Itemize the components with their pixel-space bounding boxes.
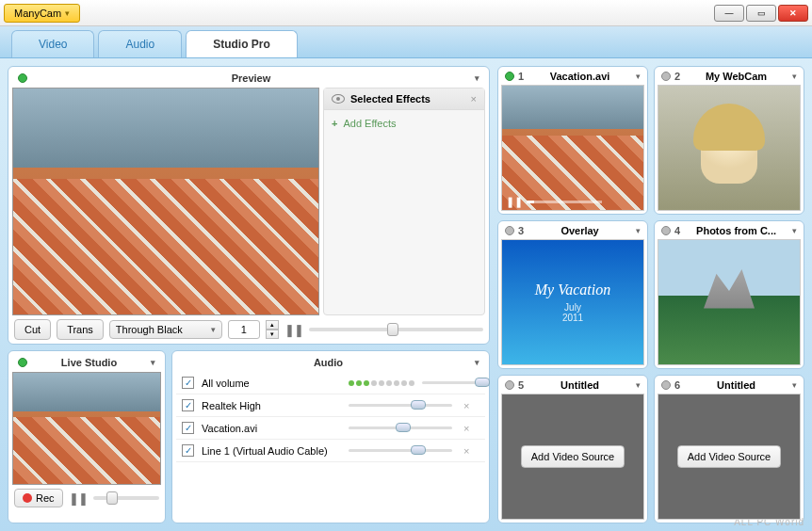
source-header: 6Untitled▾ [658,378,801,394]
source-thumbnail[interactable] [658,239,801,365]
record-button[interactable]: Rec [14,489,63,507]
source-title: Untitled [684,379,788,391]
checkbox[interactable]: ✓ [182,377,194,389]
pause-icon[interactable]: ❚❚ [506,196,523,208]
remove-icon[interactable]: × [460,423,473,434]
minimize-button[interactable]: — [714,5,744,22]
source-number: 3 [518,225,524,236]
checkbox[interactable]: ✓ [182,422,194,434]
add-video-source-button[interactable]: Add Video Source [677,445,781,468]
preview-controls: Cut Trans Through Black ▾ ▴ ▾ ❚❚ [12,315,485,340]
source-number: 6 [674,379,680,391]
chevron-down-icon[interactable]: ▾ [475,73,479,83]
checkbox[interactable]: ✓ [182,444,194,457]
vu-meter [349,380,414,386]
chevron-down-icon[interactable]: ▾ [636,380,641,390]
tab-video[interactable]: Video [11,30,94,57]
pause-icon[interactable]: ❚❚ [284,323,303,337]
remove-icon[interactable]: × [460,400,473,411]
effects-title: Selected Effects [350,93,430,105]
source-thumbnail[interactable] [658,85,801,211]
transition-select[interactable]: Through Black ▾ [109,320,222,339]
eye-icon[interactable] [332,94,345,104]
audio-source-label: Realtek High [202,400,341,411]
live-video[interactable] [12,372,161,485]
source-cell-4[interactable]: 4Photos from C...▾ [654,220,804,369]
effects-pane: Selected Effects × + Add Effects [323,88,485,315]
volume-slider[interactable] [349,404,452,407]
maximize-button[interactable]: ▭ [746,5,776,22]
audio-row: ✓Line 1 (Virtual Audio Cable)× [176,440,485,462]
play-controls[interactable]: ❚❚ [506,196,602,208]
volume-slider[interactable] [349,426,452,429]
audio-source-label: All volume [202,378,341,389]
status-dot-icon [18,73,27,83]
source-title: Photos from C... [684,225,788,236]
tab-audio[interactable]: Audio [98,30,182,57]
app-menu-button[interactable]: ManyCam [4,4,80,23]
overlay-sub: July [564,302,581,313]
right-column: 1Vacation.avi▾❚❚2My WebCam▾3Overlay▾My V… [497,66,804,523]
tab-studio-pro[interactable]: Studio Pro [186,30,298,57]
remove-icon[interactable]: × [460,445,473,457]
spin-down-button[interactable]: ▾ [266,330,279,339]
audio-row: ✓Vacation.avi× [176,417,485,440]
add-video-source-button[interactable]: Add Video Source [521,445,625,468]
volume-slider[interactable] [349,449,452,452]
chevron-down-icon[interactable]: ▾ [792,380,797,390]
close-icon[interactable]: × [471,93,477,105]
cut-button[interactable]: Cut [14,319,51,340]
record-label: Rec [36,492,55,504]
workspace: Preview ▾ Selected Effects × + Add Effec… [0,58,812,531]
source-thumbnail[interactable]: My VacationJuly2011 [501,239,644,365]
close-button[interactable]: ✕ [778,5,808,22]
chevron-down-icon[interactable]: ▾ [792,72,797,81]
source-title: Untitled [528,379,632,391]
audio-source-label: Line 1 (Virtual Audio Cable) [202,445,341,457]
source-title: Overlay [528,225,632,236]
overlay-title: My Vacation [535,282,610,298]
source-header: 1Vacation.avi▾ [501,70,644,85]
live-controls: Rec ❚❚ [12,485,161,507]
trans-button[interactable]: Trans [57,319,104,340]
window-controls: — ▭ ✕ [714,5,808,22]
audio-row: ✓Realtek High× [176,394,485,417]
audio-panel: Audio ▾ ✓All volume✓Realtek High×✓Vacati… [171,350,490,523]
preview-video[interactable] [12,88,319,315]
duration-input[interactable] [228,320,260,339]
audio-rows: ✓All volume✓Realtek High×✓Vacation.avi×✓… [176,372,485,462]
source-cell-1[interactable]: 1Vacation.avi▾❚❚ [497,66,648,215]
add-effects-label: Add Effects [343,118,396,129]
left-column: Preview ▾ Selected Effects × + Add Effec… [8,66,490,523]
preview-slider[interactable] [309,328,483,331]
chevron-down-icon[interactable]: ▾ [636,72,641,81]
chevron-down-icon[interactable]: ▾ [636,226,641,235]
source-number: 1 [518,71,524,82]
source-header: 2My WebCam▾ [658,70,801,85]
source-title: Vacation.avi [528,71,632,82]
chevron-down-icon[interactable]: ▾ [151,358,155,367]
source-cell-2[interactable]: 2My WebCam▾ [654,66,804,215]
source-thumbnail[interactable]: ❚❚ [501,85,644,211]
source-number: 2 [674,71,680,82]
live-slider[interactable] [93,496,159,500]
titlebar: ManyCam — ▭ ✕ [0,0,812,26]
source-cell-3[interactable]: 3Overlay▾My VacationJuly2011 [497,220,648,369]
status-dot-icon [505,380,514,390]
preview-panel: Preview ▾ Selected Effects × + Add Effec… [8,66,490,345]
status-dot-icon [661,72,671,81]
source-number: 4 [674,225,680,236]
audio-title: Audio [182,357,475,368]
checkbox[interactable]: ✓ [182,399,194,411]
source-cell-5[interactable]: 5Untitled▾Add Video Source [497,375,648,523]
record-icon [23,493,32,503]
volume-slider[interactable] [422,381,479,384]
pause-icon[interactable]: ❚❚ [69,491,88,506]
preview-header: Preview ▾ [12,71,485,88]
source-cell-6[interactable]: 6Untitled▾Add Video Source [654,375,804,523]
spin-up-button[interactable]: ▴ [266,320,279,330]
chevron-down-icon[interactable]: ▾ [475,358,479,367]
add-effects-button[interactable]: + Add Effects [324,110,484,137]
chevron-down-icon[interactable]: ▾ [792,226,797,235]
effects-header: Selected Effects × [324,88,484,110]
